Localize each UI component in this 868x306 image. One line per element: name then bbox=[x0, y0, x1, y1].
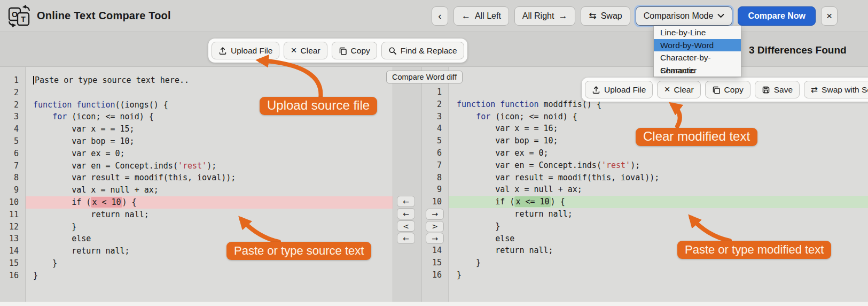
chevron-left-icon: ‹ bbox=[438, 10, 441, 22]
source-code-line: 12 } bbox=[0, 221, 393, 233]
clear-x-icon: × bbox=[664, 84, 670, 94]
modified-copy-button[interactable]: Copy bbox=[705, 81, 750, 98]
source-upload-file-button[interactable]: Upload File bbox=[212, 42, 279, 59]
bottom-scroll-track[interactable] bbox=[0, 302, 868, 306]
source-code-text[interactable]: var result = moodif(this, ioval)); bbox=[26, 172, 393, 184]
line-number: 13 bbox=[0, 233, 26, 245]
swap-icon: ⇆ bbox=[589, 11, 596, 20]
page-title: Online Text Compare Tool bbox=[37, 10, 171, 22]
modified-save-button[interactable]: Save bbox=[755, 81, 800, 98]
swap-with-source-button[interactable]: ⇄ Swap with Source bbox=[804, 81, 868, 98]
dropdown-item-character-by-character[interactable]: Character-by-Character bbox=[654, 51, 741, 64]
comparison-mode-menu: Line-by-LineWord-by-WordCharacter-by-Cha… bbox=[653, 26, 741, 77]
modified-clear-button[interactable]: × Clear bbox=[657, 81, 700, 98]
merge-left-button[interactable]: < bbox=[397, 220, 415, 232]
modified-code-editor[interactable]: 12function function moddffis() {3 for (i… bbox=[422, 67, 868, 302]
callout-paste-modified-text: Paste or type modified text bbox=[677, 241, 831, 259]
merge-gutter-strip bbox=[393, 67, 422, 302]
line-number: 14 bbox=[422, 244, 449, 257]
merge-left-button-column: ←←<← bbox=[397, 196, 415, 244]
source-clear-button[interactable]: × Clear bbox=[284, 42, 327, 59]
source-code-text[interactable]: return nall; bbox=[26, 209, 393, 221]
source-code-text[interactable]: var en = Concept.inds('rest'); bbox=[26, 160, 393, 172]
merge-left-button[interactable]: ← bbox=[397, 208, 415, 219]
modified-code-text[interactable]: } bbox=[449, 269, 868, 281]
svg-text:O: O bbox=[12, 10, 18, 19]
source-find-replace-button[interactable]: Find & Replace bbox=[381, 42, 464, 59]
modified-code-text[interactable]: var ex = 0; bbox=[449, 147, 868, 159]
source-code-line: 11 return nall; bbox=[0, 209, 393, 221]
modified-code-text[interactable]: if (x <= 10) { bbox=[449, 196, 868, 208]
source-code-text[interactable]: val x = null + ax; bbox=[26, 184, 393, 196]
line-number: 9 bbox=[0, 184, 26, 196]
line-number: 3 bbox=[0, 111, 26, 123]
line-number: 9 bbox=[422, 183, 449, 196]
line-number: 3 bbox=[422, 111, 449, 123]
callout-clear-modified-text: Clear modified text bbox=[636, 128, 757, 146]
dropdown-item-line-by-line[interactable]: Line-by-Line bbox=[654, 26, 741, 39]
source-code-text[interactable]: if (x < 10) { bbox=[26, 196, 393, 209]
upload-icon bbox=[218, 47, 227, 55]
source-code-text[interactable]: var bop = 10; bbox=[26, 135, 393, 148]
modified-code-text[interactable]: var en = Concept.inds('rest'); bbox=[449, 159, 868, 172]
line-number: 5 bbox=[422, 135, 449, 147]
source-code-text[interactable]: var x = = 15; bbox=[26, 123, 393, 135]
line-number: 7 bbox=[0, 160, 26, 172]
swap-icon: ⇄ bbox=[811, 85, 818, 95]
dropdown-item-semantic[interactable]: Semantic bbox=[654, 64, 741, 77]
svg-text:T: T bbox=[21, 15, 26, 24]
line-number: 1 bbox=[0, 74, 26, 87]
line-number: 2 bbox=[422, 98, 449, 111]
merge-right-button[interactable]: → bbox=[426, 209, 444, 220]
merge-right-button[interactable]: > bbox=[426, 221, 444, 232]
all-right-button[interactable]: All Right → bbox=[514, 6, 576, 26]
source-code-line: 1Paste or type source text here.. bbox=[0, 74, 393, 87]
compare-now-button[interactable]: Compare Now bbox=[738, 6, 816, 26]
callout-upload-source-file: Upload source file bbox=[260, 97, 377, 115]
modified-code-line: > } bbox=[422, 220, 868, 233]
modified-code-text[interactable]: } bbox=[449, 220, 868, 233]
toolbar-actions: ‹ ← All Left All Right → ⇆ Swap Comparis… bbox=[432, 6, 838, 26]
modified-code-text[interactable]: for (icon; <= noid) { bbox=[449, 111, 868, 123]
source-code-text[interactable]: var ex = 0; bbox=[26, 148, 393, 160]
differences-found-count: 3 Differences Found bbox=[749, 44, 847, 56]
line-number: 14 bbox=[0, 245, 26, 257]
modified-code-line: 7 var en = Concept.inds('rest'); bbox=[422, 159, 868, 172]
clear-x-icon: × bbox=[291, 45, 296, 55]
modified-upload-file-button[interactable]: Upload File bbox=[585, 81, 653, 98]
line-number: 2 bbox=[0, 99, 26, 111]
source-code-line: 6 var ex = 0; bbox=[0, 148, 393, 160]
swap-button[interactable]: ⇆ Swap bbox=[581, 6, 630, 26]
modified-code-text[interactable]: return nall; bbox=[449, 208, 868, 220]
source-code-text[interactable]: Paste or type source text here.. bbox=[26, 74, 393, 87]
merge-left-button[interactable]: ← bbox=[397, 233, 415, 244]
line-number: 11 bbox=[0, 209, 26, 221]
line-number: 1 bbox=[422, 86, 449, 98]
merge-right-button[interactable]: → bbox=[426, 233, 444, 244]
source-copy-button[interactable]: Copy bbox=[332, 42, 377, 59]
merge-left-button[interactable]: ← bbox=[397, 196, 415, 207]
text-compare-tool-window: O T Online Text Compare Tool ‹ ← All Lef… bbox=[0, 0, 868, 306]
merge-gutter-cell: → bbox=[422, 208, 449, 220]
line-number: 6 bbox=[422, 147, 449, 159]
nav-back-button[interactable]: ‹ bbox=[432, 6, 448, 26]
modified-toolbar: Upload File × Clear Copy Save ⇄ Swap wit… bbox=[582, 78, 868, 102]
modified-code-text[interactable]: var result = moodif(this, ioval)); bbox=[449, 172, 868, 184]
modified-code-line: 6 var ex = 0; bbox=[422, 147, 868, 159]
modified-code-line: 10 if (x <= 10) { bbox=[422, 196, 868, 208]
merge-gutter-cell: → bbox=[422, 233, 449, 245]
source-code-text[interactable]: } bbox=[26, 270, 393, 282]
close-button[interactable]: × bbox=[821, 6, 838, 26]
line-number: 2 bbox=[0, 87, 26, 99]
line-number: 8 bbox=[0, 172, 26, 184]
merge-gutter-cell: > bbox=[422, 220, 449, 233]
comparison-mode-dropdown-button[interactable]: Comparison Mode bbox=[636, 6, 733, 26]
modified-code-text[interactable]: val x = null + ax; bbox=[449, 183, 868, 196]
line-number: 15 bbox=[0, 257, 26, 270]
all-left-button[interactable]: ← All Left bbox=[453, 6, 509, 26]
dropdown-item-word-by-word[interactable]: Word-by-Word bbox=[654, 39, 741, 52]
line-number: 8 bbox=[422, 172, 449, 184]
chevron-down-icon bbox=[717, 13, 724, 18]
copy-icon bbox=[712, 86, 721, 94]
source-code-text[interactable]: } bbox=[26, 221, 393, 233]
